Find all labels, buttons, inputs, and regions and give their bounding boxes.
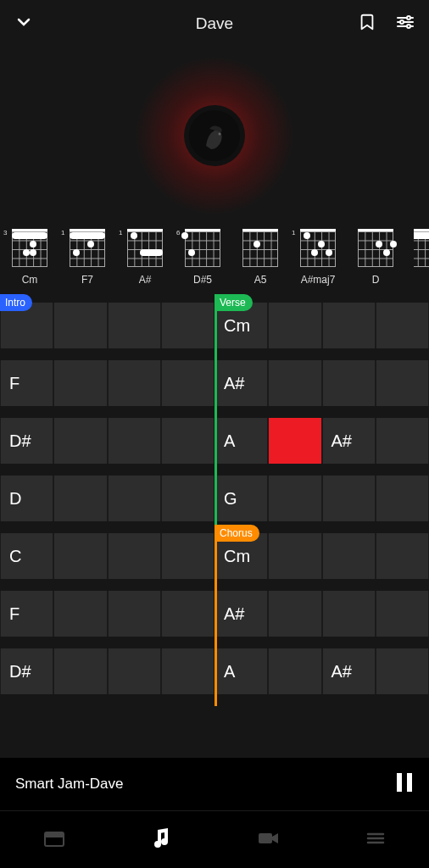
progression-cell[interactable]: D#: [0, 418, 53, 464]
progression-cell[interactable]: A#: [214, 360, 268, 406]
section-marker-intro: Intro: [0, 294, 32, 311]
progression-cell[interactable]: [268, 533, 321, 579]
progression-cell[interactable]: A#: [214, 591, 268, 637]
progression-cell[interactable]: A#: [322, 418, 376, 464]
progression-cell[interactable]: [108, 303, 161, 348]
progression-cell[interactable]: G: [214, 476, 268, 521]
progression-cell[interactable]: [322, 476, 376, 521]
bookmark-button[interactable]: [358, 13, 376, 35]
progression-cell[interactable]: A#: [322, 648, 376, 694]
progression-cell[interactable]: [108, 418, 161, 464]
progression-row[interactable]: ChorusCCm: [0, 533, 429, 579]
progression-cell[interactable]: [108, 591, 161, 637]
nav-music-icon[interactable]: [149, 826, 173, 854]
chord-label: A5: [254, 274, 267, 286]
nav-amp-icon[interactable]: [42, 826, 67, 854]
settings-sliders-button[interactable]: [395, 12, 415, 36]
progression-cell[interactable]: D#: [0, 648, 53, 694]
svg-rect-12: [259, 833, 272, 843]
progression-row[interactable]: D#AA#: [0, 418, 429, 464]
progression-cell[interactable]: [322, 591, 376, 637]
progression-row[interactable]: DG: [0, 476, 429, 521]
progression-cell[interactable]: [376, 648, 429, 694]
svg-point-7: [219, 133, 221, 136]
progression-cell[interactable]: [161, 476, 214, 521]
collapse-button[interactable]: [14, 12, 34, 36]
progression-cell[interactable]: [376, 476, 429, 521]
progression-cell[interactable]: [53, 648, 107, 694]
chord-item[interactable]: x 3 Cm: [10, 229, 49, 286]
progression-cell[interactable]: [376, 591, 429, 637]
progression-cell[interactable]: [53, 303, 107, 348]
svg-rect-11: [45, 832, 64, 837]
progression-cell[interactable]: [376, 533, 429, 579]
progression-cell[interactable]: [53, 476, 107, 521]
chord-label: Cm: [22, 274, 38, 286]
chord-item[interactable]: 1 F7: [68, 229, 107, 286]
progression-cell[interactable]: [268, 648, 321, 694]
progression-cell[interactable]: A: [214, 418, 268, 464]
progression-cell[interactable]: [322, 360, 376, 406]
chord-item[interactable]: 3: [414, 229, 429, 286]
progression-cell[interactable]: [108, 533, 161, 579]
progression-cell[interactable]: [161, 648, 214, 694]
avatar[interactable]: [184, 105, 245, 166]
progression-cell[interactable]: F: [0, 591, 53, 637]
nav-menu-icon[interactable]: [364, 826, 387, 854]
progression-cell[interactable]: [268, 360, 321, 406]
progression-cell[interactable]: [376, 360, 429, 406]
chord-item[interactable]: xxxx 6 D#5: [183, 229, 222, 286]
progression-cell[interactable]: [53, 533, 107, 579]
progression-cell[interactable]: [268, 476, 321, 521]
progression-cell[interactable]: [268, 591, 321, 637]
svg-point-3: [400, 20, 404, 24]
progression-cell[interactable]: [161, 303, 214, 348]
artist-avatar-area: [0, 42, 429, 229]
song-name: Smart Jam-Dave: [15, 776, 124, 793]
progression-cell[interactable]: [268, 303, 321, 348]
svg-point-1: [407, 16, 410, 19]
progression-cell[interactable]: [53, 418, 107, 464]
progression-cell[interactable]: [268, 418, 321, 464]
progression-cell[interactable]: [108, 476, 161, 521]
chord-label: D: [372, 274, 380, 286]
nav-video-icon[interactable]: [256, 826, 281, 854]
progression-cell[interactable]: [161, 360, 214, 406]
chord-label: A#: [139, 274, 152, 286]
progression-cell[interactable]: [161, 533, 214, 579]
progression-row[interactable]: IntroVerseCm: [0, 303, 429, 348]
chord-item[interactable]: x 1 A#maj7: [298, 229, 337, 286]
progression-cell[interactable]: [53, 591, 107, 637]
progression-cell[interactable]: [108, 360, 161, 406]
progression-cell[interactable]: F: [0, 360, 53, 406]
progression-row[interactable]: FA#: [0, 591, 429, 637]
progression-cell[interactable]: [322, 303, 376, 348]
chord-label: A#maj7: [301, 274, 336, 286]
progression-cell[interactable]: [161, 591, 214, 637]
progression-cell[interactable]: D: [0, 476, 53, 521]
chord-strip[interactable]: x 3 Cm 1 F7 x 1: [0, 229, 429, 303]
chord-item[interactable]: xxxx A5: [241, 229, 280, 286]
svg-rect-8: [397, 773, 402, 792]
section-marker-chorus: Chorus: [214, 525, 259, 542]
pause-button[interactable]: [395, 771, 414, 797]
progression-cell[interactable]: A: [214, 648, 268, 694]
chord-label: F7: [81, 274, 93, 286]
bottom-nav: [0, 810, 429, 868]
progression-cell[interactable]: [376, 303, 429, 348]
chord-progression[interactable]: IntroVerseCmFA#D#AA#DGChorusCCmFA#D#AA#: [0, 303, 429, 694]
chord-item[interactable]: x 1 A#: [125, 229, 164, 286]
progression-row[interactable]: FA#: [0, 360, 429, 406]
progression-cell[interactable]: C: [0, 533, 53, 579]
progression-cell[interactable]: [322, 533, 376, 579]
page-title: Dave: [196, 14, 233, 33]
svg-rect-9: [407, 773, 412, 792]
chord-item[interactable]: xx D: [356, 229, 395, 286]
progression-cell[interactable]: [108, 648, 161, 694]
progression-cell[interactable]: [53, 360, 107, 406]
progression-cell[interactable]: [161, 418, 214, 464]
playbar: Smart Jam-Dave: [0, 758, 429, 810]
progression-row[interactable]: D#AA#: [0, 648, 429, 694]
svg-point-5: [407, 25, 410, 28]
progression-cell[interactable]: [376, 418, 429, 464]
